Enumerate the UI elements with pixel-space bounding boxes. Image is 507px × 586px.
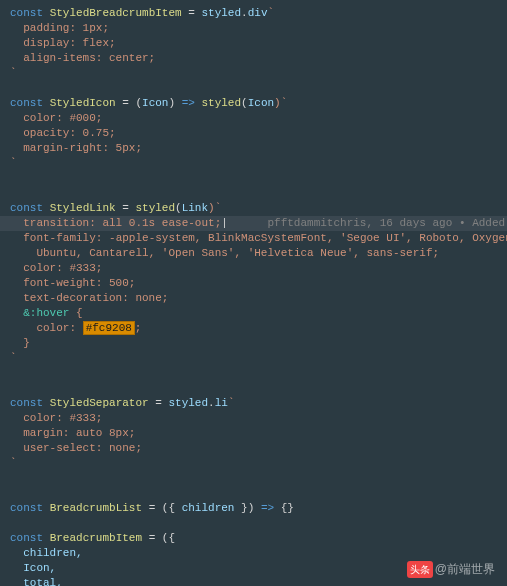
code-line: padding: 1px;	[0, 21, 507, 36]
code-line: user-select: none;	[0, 441, 507, 456]
code-line: color: #fc9208;	[0, 321, 507, 336]
code-line: const StyledIcon = (Icon) => styled(Icon…	[0, 96, 507, 111]
code-line: font-weight: 500;	[0, 276, 507, 291]
code-line	[0, 81, 507, 96]
code-line: `	[0, 456, 507, 471]
code-line: const BreadcrumbItem = ({	[0, 531, 507, 546]
code-line: text-decoration: none;	[0, 291, 507, 306]
code-line: Ubuntu, Cantarell, 'Open Sans', 'Helveti…	[0, 246, 507, 261]
code-line: color: #333;	[0, 261, 507, 276]
code-line: const StyledLink = styled(Link)`	[0, 201, 507, 216]
code-line: }	[0, 336, 507, 351]
code-line: &:hover {	[0, 306, 507, 321]
code-line: opacity: 0.75;	[0, 126, 507, 141]
code-line-blame: transition: all 0.1s ease-out;| pfftdamm…	[0, 216, 507, 231]
git-blame-message: Added post #10	[472, 217, 507, 229]
code-line	[0, 186, 507, 201]
code-line	[0, 486, 507, 501]
code-line: margin: auto 8px;	[0, 426, 507, 441]
code-line	[0, 471, 507, 486]
git-blame-age: 16 days ago	[380, 217, 453, 229]
keyword: const	[10, 7, 43, 19]
identifier: StyledBreadcrumbItem	[50, 7, 182, 19]
code-line	[0, 171, 507, 186]
code-line: color: #000;	[0, 111, 507, 126]
code-line: color: #333;	[0, 411, 507, 426]
watermark-handle: @前端世界	[435, 562, 495, 576]
git-blame-author: pfftdammitchris	[267, 217, 366, 229]
code-line: margin-right: 5px;	[0, 141, 507, 156]
code-line	[0, 366, 507, 381]
code-line: const StyledSeparator = styled.li`	[0, 396, 507, 411]
code-line: `	[0, 156, 507, 171]
code-line: const BreadcrumbList = ({ children }) =>…	[0, 501, 507, 516]
code-line: align-items: center;	[0, 51, 507, 66]
code-line: `	[0, 66, 507, 81]
code-line: `	[0, 351, 507, 366]
code-line: display: flex;	[0, 36, 507, 51]
code-line	[0, 381, 507, 396]
code-line: font-family: -apple-system, BlinkMacSyst…	[0, 231, 507, 246]
code-line: children,	[0, 546, 507, 561]
code-editor: const StyledBreadcrumbItem = styled.div`…	[0, 6, 507, 586]
color-highlight: #fc9208	[83, 321, 135, 335]
code-line: const StyledBreadcrumbItem = styled.div`	[0, 6, 507, 21]
watermark-logo-icon: 头条	[407, 561, 433, 578]
watermark: 头条@前端世界	[407, 561, 495, 578]
code-line	[0, 516, 507, 531]
text-cursor: |	[221, 217, 228, 229]
